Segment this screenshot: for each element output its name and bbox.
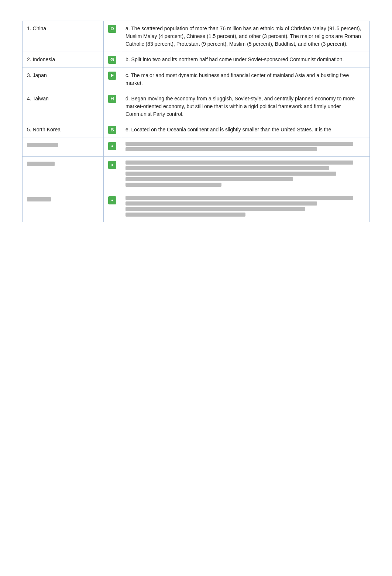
letter-cell: ●	[104, 138, 121, 157]
letter-cell: G	[104, 52, 121, 68]
country-cell: 3. Japan	[23, 68, 104, 91]
table-row: ●	[23, 192, 370, 222]
description-cell	[121, 138, 370, 157]
country-cell: 2. Indonesia	[23, 52, 104, 68]
country-cell: 4. Taiwan	[23, 91, 104, 122]
description-cell	[121, 157, 370, 192]
table-row: 5. North KoreaBe. Located on the Oceania…	[23, 122, 370, 138]
country-cell	[23, 192, 104, 222]
table-row: ●	[23, 157, 370, 192]
country-cell	[23, 157, 104, 192]
description-cell	[121, 192, 370, 222]
country-cell	[23, 138, 104, 157]
description-cell: b. Split into two and its northern half …	[121, 52, 370, 68]
letter-cell: D	[104, 21, 121, 52]
table-row: 1. ChinaDa. The scattered population of …	[23, 21, 370, 52]
letter-cell: B	[104, 122, 121, 138]
description-cell: a. The scattered population of more than…	[121, 21, 370, 52]
country-cell: 5. North Korea	[23, 122, 104, 138]
description-cell: e. Located on the Oceania continent and …	[121, 122, 370, 138]
table-row: 4. TaiwanHd. Began moving the economy fr…	[23, 91, 370, 122]
table-row: ●	[23, 138, 370, 157]
description-cell: d. Began moving the economy from a slugg…	[121, 91, 370, 122]
description-cell: c. The major and most dynamic business a…	[121, 68, 370, 91]
country-cell: 1. China	[23, 21, 104, 52]
table-row: 3. JapanFc. The major and most dynamic b…	[23, 68, 370, 91]
letter-cell: ●	[104, 157, 121, 192]
letter-cell: F	[104, 68, 121, 91]
letter-cell: H	[104, 91, 121, 122]
letter-cell: ●	[104, 192, 121, 222]
table-row: 2. IndonesiaGb. Split into two and its n…	[23, 52, 370, 68]
matching-table: 1. ChinaDa. The scattered population of …	[22, 21, 370, 222]
